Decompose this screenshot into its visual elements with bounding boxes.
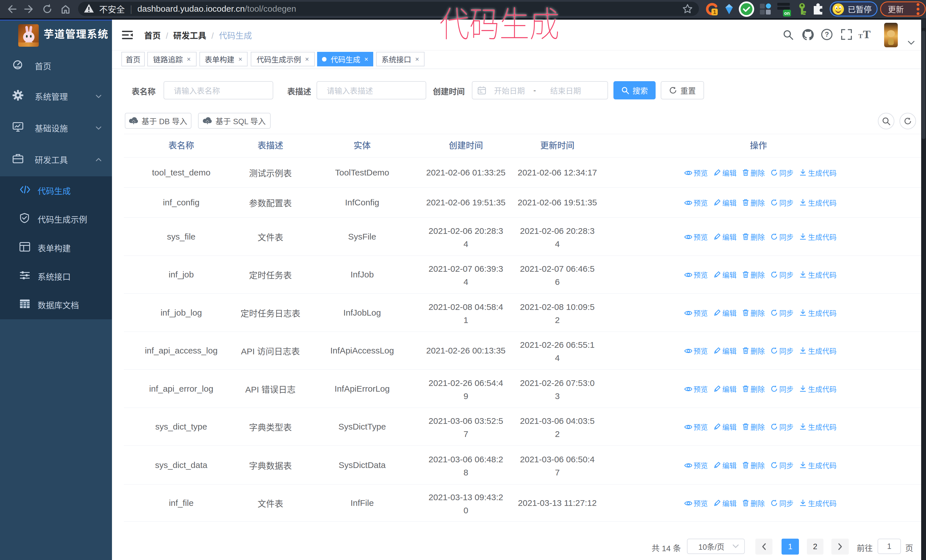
svg-text:T: T: [858, 32, 863, 39]
svg-text:on: on: [784, 11, 790, 16]
svg-text:?: ?: [825, 30, 829, 38]
svg-text:T: T: [863, 29, 871, 41]
svg-text:1: 1: [713, 9, 716, 15]
